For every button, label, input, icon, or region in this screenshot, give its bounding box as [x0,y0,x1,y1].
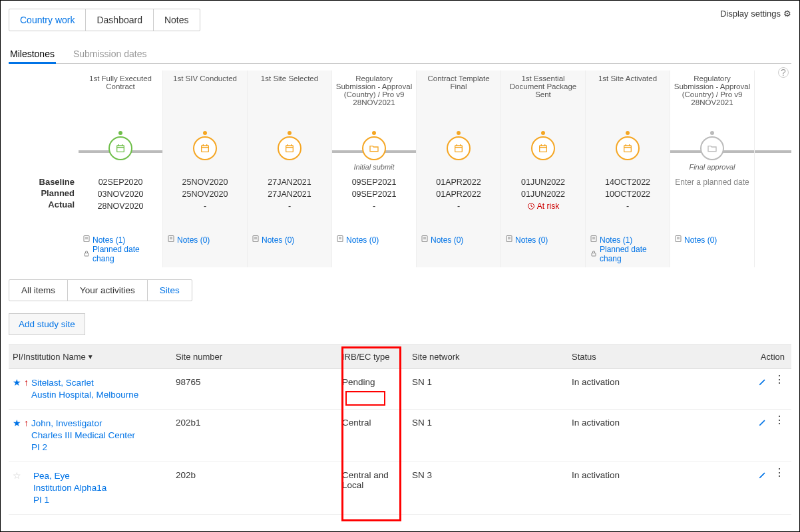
edit-icon[interactable] [758,377,767,388]
milestone-title: Contract Template Final [418,74,499,111]
milestone-footer: Notes (0) [333,235,415,245]
cell-site-network: SN 1 [412,418,572,454]
milestone-footer: Notes (1) Planned date chang [80,235,161,263]
milestone-item[interactable]: 1st Site Activated14OCT202210OCT2022- No… [586,70,670,267]
note-icon [83,235,91,245]
milestone-item[interactable]: Contract Template Final01APR202201APR202… [417,70,501,267]
milestone-item[interactable]: Regulatory Submission - Approval (Countr… [332,70,417,267]
milestone-circle-icon [362,136,386,160]
milestone-item[interactable]: Regulatory Submission - Approval (Countr… [670,70,755,267]
filtertab-all-items[interactable]: All items [9,280,68,301]
milestone-title: 1st Site Activated [596,74,659,111]
label-baseline: Baseline [39,177,75,187]
header-site-number[interactable]: Site number [176,352,342,362]
milestone-dates: 09SEP202109SEP2021- [352,176,397,216]
milestone-footer: Notes (1) Planned date chang [587,235,668,263]
more-actions-icon[interactable]: ⋮ [774,377,785,382]
header-action: Action [745,352,787,362]
svg-rect-0 [117,146,124,152]
tab-dashboard[interactable]: Dashboard [86,9,154,31]
milestone-notes-link[interactable]: Notes (0) [421,235,499,245]
edit-icon[interactable] [758,418,767,429]
up-arrow-icon: ↑ [24,418,29,428]
filtertab-sites[interactable]: Sites [148,280,192,301]
milestone-title: 1st Site Selected [259,74,320,111]
cell-irb-type: Pending [342,377,412,401]
milestone-footer: Notes (0) [418,235,499,245]
header-pi-label: PI/Institution Name [13,352,86,362]
milestone-notes-link[interactable]: Notes (0) [674,235,753,245]
star-icon[interactable]: ★ [13,418,21,428]
table-row: ★↑John, InvestigatorCharles III Medical … [9,410,791,462]
milestone-item[interactable]: 1st Essential Document Package Sent01JUN… [501,70,586,267]
display-settings-link[interactable]: Display settings ⚙ [720,9,791,19]
institution-link[interactable]: Institution Alpha1a [33,482,106,494]
header-irb-type[interactable]: IRB/EC type [342,352,412,362]
milestone-footer: Notes (0) [502,235,584,245]
more-actions-icon[interactable]: ⋮ [774,470,785,475]
milestone-footer: Notes (0) [249,235,330,245]
milestone-subtitle: Final approval [689,163,735,174]
star-icon[interactable]: ☆ [13,470,21,481]
subtab-milestones[interactable]: Milestones [9,45,56,63]
add-study-site-button[interactable]: Add study site [9,313,85,335]
milestone-dates: 25NOV202025NOV2020- [182,176,228,216]
table-header: PI/Institution Name ▼ Site number IRB/EC… [9,344,791,369]
pi-secondary-link[interactable]: PI 1 [33,494,106,506]
pi-name-link[interactable]: Sitelast, Scarlet [31,377,138,389]
milestone-title: 1st SIV Conducted [171,74,239,111]
tab-country-work[interactable]: Country work [9,9,86,31]
cell-status: In activation [572,418,745,454]
cell-site-number: 202b1 [176,418,342,454]
milestone-notes-link[interactable]: Notes (0) [252,235,330,245]
milestone-circle-icon [531,136,555,160]
milestone-item[interactable]: 1st Site Selected27JAN202127JAN2021- Not… [248,70,332,267]
note-icon [674,235,682,245]
milestone-dates: 27JAN202127JAN2021- [268,176,311,216]
institution-link[interactable]: Charles III Medical Center [31,430,135,442]
milestone-notes-link[interactable]: Notes (0) [336,235,415,245]
svg-rect-15 [286,146,294,152]
cell-site-network: SN 1 [412,377,572,401]
institution-link[interactable]: Austin Hospital, Melbourne [31,389,138,401]
milestone-circle-icon [616,136,640,160]
note-icon [590,235,598,245]
label-planned: Planned [41,188,75,198]
milestone-circle-icon [278,136,301,160]
milestone-item[interactable]: 1st Fully Executed Contract02SEP202003NO… [79,70,163,267]
subtab-submission-dates[interactable]: Submission dates [72,45,148,63]
star-icon[interactable]: ★ [13,377,21,388]
milestone-notes-link[interactable]: Notes (1) [590,235,668,245]
header-status[interactable]: Status [572,352,745,362]
pi-name-link[interactable]: Pea, Eye [33,470,106,482]
svg-rect-8 [202,146,209,152]
milestone-dates: 01JUN202201JUN2022 At risk [521,176,565,216]
table-row: ☆Pea, EyeInstitution Alpha1aPI 1202bCent… [9,462,791,515]
edit-icon[interactable] [758,470,767,481]
sites-table: PI/Institution Name ▼ Site number IRB/EC… [9,344,791,515]
milestone-circle-icon [108,136,132,160]
pi-secondary-link[interactable]: PI 2 [31,442,135,454]
milestone-item[interactable]: 1st SIV Conducted25NOV202025NOV2020- Not… [163,70,248,267]
tab-notes[interactable]: Notes [154,9,200,31]
milestone-circle-icon [193,136,217,160]
milestone-notes-link[interactable]: Notes (0) [167,235,246,245]
table-row: ★↑Sitelast, ScarletAustin Hospital, Melb… [9,369,791,410]
svg-rect-25 [455,146,463,152]
milestone-notes-link[interactable]: Notes (0) [505,235,584,245]
cell-site-number: 98765 [176,377,342,401]
cell-irb-type: Central and Local [342,470,412,506]
filtertab-your-activities[interactable]: Your activities [68,280,148,301]
milestone-dates: 01APR202201APR2022- [436,176,481,216]
svg-rect-49 [592,253,596,256]
more-actions-icon[interactable]: ⋮ [774,418,785,423]
milestone-extra-link[interactable]: Planned date chang [590,245,668,263]
cell-status: In activation [572,377,745,401]
milestone-extra-link[interactable]: Planned date chang [83,245,161,263]
cell-irb-type: Central [342,418,412,454]
header-pi-institution[interactable]: PI/Institution Name ▼ [13,352,176,362]
sub-tabs: Milestones Submission dates [9,45,791,64]
header-site-network[interactable]: Site network [412,352,572,362]
milestone-notes-link[interactable]: Notes (1) [83,235,161,245]
pi-name-link[interactable]: John, Investigator [31,418,135,430]
